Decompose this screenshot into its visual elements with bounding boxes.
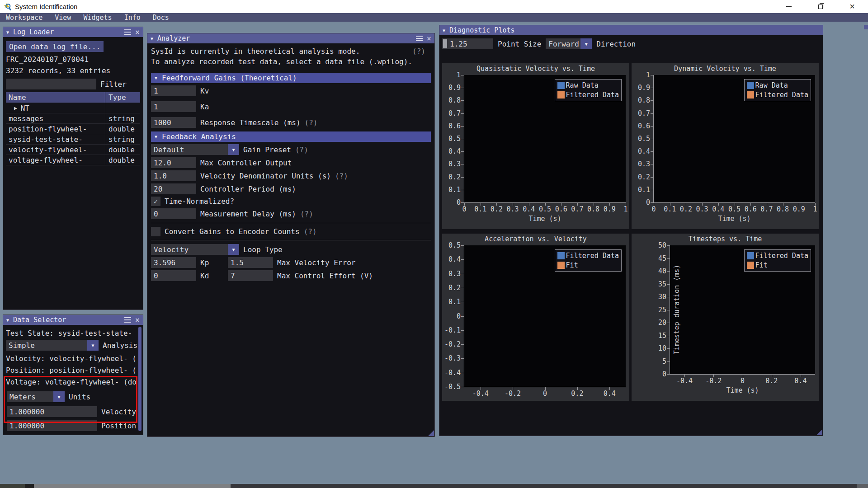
window-close-icon[interactable]: × — [135, 316, 140, 324]
help-icon[interactable]: (?) — [295, 145, 308, 154]
loop-type-combo[interactable]: Velocity ▼ — [151, 244, 239, 255]
chevron-down-icon[interactable]: ▼ — [228, 144, 239, 155]
kd-input[interactable]: 0 — [151, 270, 196, 281]
x-tick-mark — [815, 203, 816, 206]
y-tick-label: 0.6 — [448, 122, 461, 130]
plot-legend: Raw DataFiltered Data — [555, 79, 622, 101]
plot-area[interactable]: 10.90.80.70.60.50.40.30.20.1000.10.20.30… — [653, 75, 815, 203]
legend-label: Filtered Data — [566, 91, 619, 99]
velocity-scale-input[interactable]: 1.000000 — [7, 406, 97, 417]
data-selector-titlebar[interactable]: ▼ Data Selector × — [3, 315, 143, 325]
help-icon[interactable]: (?) — [412, 47, 425, 56]
kv-input[interactable]: 1 — [151, 85, 196, 96]
analyzer-titlebar[interactable]: ▼ Analyzer × — [147, 33, 434, 43]
window-close-icon[interactable]: × — [135, 28, 140, 36]
analysis-type-combo[interactable]: Simple ▼ — [6, 340, 99, 351]
scrollbar[interactable] — [138, 327, 142, 431]
y-tick-label: 50 — [658, 241, 666, 249]
window-close-icon[interactable]: × — [427, 35, 431, 42]
plot-dynamic-velocity[interactable]: Dynamic Velocity vs. Time10.90.80.70.60.… — [632, 63, 819, 229]
collapse-icon[interactable]: ▼ — [443, 28, 445, 33]
collapse-icon[interactable]: ▼ — [6, 318, 9, 323]
direction-combo[interactable]: Forward ▼ — [546, 38, 592, 49]
taskbar[interactable] — [0, 484, 868, 488]
max-output-input[interactable]: 12.0 — [151, 157, 196, 168]
log-loader-titlebar[interactable]: ▼ Log Loader × — [3, 27, 143, 37]
collapse-icon[interactable]: ▼ — [155, 134, 157, 139]
plot-quasistatic-velocity[interactable]: Quasistatic Velocity vs. Time10.90.80.70… — [442, 63, 629, 229]
tree-expand-icon[interactable]: ▶ — [14, 105, 17, 111]
measurement-delay-input[interactable]: 0 — [151, 208, 196, 219]
max-velocity-error-input[interactable]: 1.5 — [228, 257, 273, 268]
help-icon[interactable]: (?) — [335, 172, 348, 180]
help-icon[interactable]: (?) — [305, 118, 318, 127]
resize-grip[interactable] — [428, 430, 434, 436]
help-icon[interactable]: (?) — [300, 210, 313, 218]
resize-grip[interactable] — [816, 429, 822, 435]
feedback-header[interactable]: ▼ Feedback Analysis — [151, 131, 431, 142]
chevron-down-icon[interactable]: ▼ — [228, 244, 239, 255]
kp-input[interactable]: 3.596 — [151, 257, 196, 268]
x-tick-label: 0.9 — [793, 205, 805, 213]
feedforward-header[interactable]: ▼ Feedforward Gains (Theoretical) — [151, 73, 431, 83]
plot-acceleration-velocity[interactable]: Acceleration vs. Velocity0.50.40.30.20.1… — [442, 234, 629, 401]
point-size-slider[interactable]: 1.25 — [442, 38, 493, 49]
menu-item-info[interactable]: Info — [124, 14, 141, 22]
legend-entry[interactable]: Filtered Data — [557, 252, 619, 260]
time-normalized-checkbox[interactable]: ✓ — [151, 197, 160, 206]
close-button[interactable]: × — [836, 0, 868, 13]
menu-item-workspace[interactable]: Workspace — [6, 14, 42, 22]
table-row[interactable]: messagesstring — [6, 113, 140, 123]
legend-entry[interactable]: Filtered Data — [557, 91, 619, 99]
table-header[interactable]: Name Type — [6, 92, 140, 103]
window-menu-icon[interactable] — [124, 317, 131, 323]
chevron-down-icon[interactable]: ▼ — [53, 391, 65, 402]
table-row[interactable]: position-flywheel-double — [6, 123, 140, 134]
legend-entry[interactable]: Filtered Data — [747, 252, 808, 260]
controller-period-input[interactable]: 20 — [151, 183, 196, 194]
legend-entry[interactable]: Fit — [557, 261, 619, 269]
ka-input[interactable]: 1 — [151, 101, 196, 112]
plot-area[interactable]: Timestep duration (ms)504540353025201510… — [670, 245, 815, 375]
velocity-denom-input[interactable]: 1.0 — [151, 170, 196, 181]
column-header-name[interactable]: Name — [6, 93, 105, 102]
legend-entry[interactable]: Filtered Data — [747, 91, 808, 99]
window-menu-icon[interactable] — [124, 29, 131, 35]
plot-area[interactable]: 0.50.40.30.20.10-0.1-0.2-0.3-0.4-0.5-0.4… — [464, 245, 626, 387]
filter-input[interactable] — [6, 79, 96, 89]
table-row[interactable]: sysid-test-state-string — [6, 134, 140, 144]
x-tick-label: -0.4 — [676, 377, 693, 385]
restore-button[interactable] — [805, 0, 836, 13]
units-combo[interactable]: Meters ▼ — [7, 391, 65, 402]
gain-preset-combo[interactable]: Default ▼ — [151, 144, 239, 155]
table-row[interactable]: velocity-flywheel-double — [6, 144, 140, 155]
menu-item-widgets[interactable]: Widgets — [83, 14, 112, 22]
table-row[interactable]: ▶NT — [6, 103, 140, 113]
chevron-down-icon[interactable]: ▼ — [580, 38, 592, 49]
open-log-button[interactable]: Open data log file... — [6, 41, 104, 52]
table-row[interactable]: voltage-flywheel-double — [6, 155, 140, 165]
position-scale-input[interactable]: 1.000000 — [7, 420, 97, 431]
legend-entry[interactable]: Raw Data — [747, 81, 808, 89]
collapse-icon[interactable]: ▼ — [155, 75, 157, 80]
collapse-icon[interactable]: ▼ — [6, 30, 9, 35]
legend-entry[interactable]: Raw Data — [557, 81, 619, 89]
collapse-icon[interactable]: ▼ — [151, 36, 153, 41]
plot-area[interactable]: 10.90.80.70.60.50.40.30.20.1000.10.20.30… — [464, 75, 626, 203]
menu-item-view[interactable]: View — [55, 14, 71, 22]
menu-item-docs[interactable]: Docs — [153, 14, 169, 22]
entry-type: double — [105, 145, 140, 155]
convert-gains-checkbox[interactable] — [151, 227, 160, 236]
minimize-button[interactable] — [773, 0, 805, 13]
timescale-input[interactable]: 1000 — [151, 117, 196, 128]
window-menu-icon[interactable] — [416, 36, 423, 41]
diagnostic-plots-titlebar[interactable]: ▼ Diagnostic Plots — [439, 25, 823, 35]
x-tick-mark — [750, 203, 751, 206]
plot-timesteps-time[interactable]: Timesteps vs. TimeTimestep duration (ms)… — [632, 234, 819, 401]
column-header-type[interactable]: Type — [105, 92, 140, 103]
slider-grab[interactable] — [443, 39, 447, 48]
max-control-effort-input[interactable]: 7 — [228, 270, 273, 281]
help-icon[interactable]: (?) — [304, 227, 317, 236]
chevron-down-icon[interactable]: ▼ — [87, 340, 99, 351]
legend-entry[interactable]: Fit — [747, 261, 808, 269]
